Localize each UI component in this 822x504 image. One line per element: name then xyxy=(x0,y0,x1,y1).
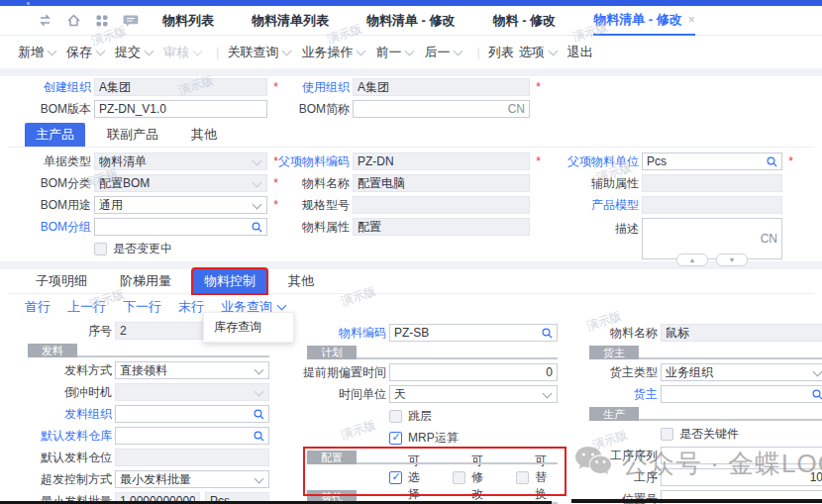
lead-offset-input[interactable]: 0 xyxy=(389,363,558,381)
close-tab-icon[interactable]: × xyxy=(688,13,695,27)
search-icon[interactable] xyxy=(812,389,822,400)
tab-bom-edit-active[interactable]: 物料清单 - 修改 × xyxy=(593,6,695,36)
create-org-field[interactable]: A集团 xyxy=(94,78,267,96)
search-icon[interactable] xyxy=(767,156,777,167)
owner-label[interactable]: 货主 xyxy=(565,386,658,403)
owner-section-header: 货主 xyxy=(589,346,822,359)
prev-row-link[interactable]: 上一行 xyxy=(67,298,106,316)
default-warehouse-label[interactable]: 默认发料仓库 xyxy=(8,428,112,445)
save-button[interactable]: 保存 xyxy=(66,42,110,63)
tab-detail-other[interactable]: 其他 xyxy=(277,269,325,293)
business-ops-button[interactable]: 业务操作 xyxy=(301,42,370,63)
time-unit-select[interactable]: 天 xyxy=(389,385,558,403)
skip-level-label: 跳层 xyxy=(408,408,432,425)
previous-button[interactable]: 前一 xyxy=(375,42,419,63)
chevron-down-icon[interactable] xyxy=(282,46,292,55)
chevron-down-icon[interactable] xyxy=(543,388,553,398)
owner-type-row: 货主类型 业务组织 xyxy=(565,363,822,381)
skip-level-checkbox[interactable] xyxy=(389,410,402,423)
last-row-link[interactable]: 末行 xyxy=(178,298,204,316)
chevron-down-icon[interactable] xyxy=(357,46,366,55)
backflush-timing-label: 倒冲时机 xyxy=(8,384,112,401)
material-code-label[interactable]: 物料编码 xyxy=(287,325,386,342)
tab-step-usage[interactable]: 阶梯用量 xyxy=(109,269,182,293)
parent-unit-lookup[interactable]: Pcs xyxy=(642,152,782,170)
selectable-checkbox[interactable] xyxy=(389,471,402,484)
search-icon[interactable] xyxy=(542,328,553,339)
modifiable-checkbox[interactable] xyxy=(453,471,465,484)
related-query-button[interactable]: 关联查询 xyxy=(227,42,296,63)
bom-version-label: BOM版本 xyxy=(8,101,91,118)
options-button[interactable]: 选项 xyxy=(519,42,563,63)
mrp-checkbox[interactable] xyxy=(389,432,402,445)
apps-grid-icon[interactable] xyxy=(95,14,109,28)
chevron-down-icon[interactable] xyxy=(255,473,264,483)
chevron-down-icon[interactable] xyxy=(548,46,558,55)
tab-child-items[interactable]: 子项明细 xyxy=(25,269,98,293)
bom-edit-window: 物料列表 物料清单列表 物料清单 - 修改 物料 - 修改 物料清单 - 修改 … xyxy=(0,0,822,504)
material-code-lookup[interactable]: PZ-SB xyxy=(389,324,558,342)
product-model-label[interactable]: 产品模型 xyxy=(555,197,639,214)
chevron-down-icon[interactable] xyxy=(255,364,264,374)
owner-type-select[interactable]: 业务组织 xyxy=(661,363,822,381)
create-org-label[interactable]: 创建组织 xyxy=(8,79,91,96)
tab-material-list[interactable]: 物料列表 xyxy=(162,6,214,36)
tab-co-byproduct[interactable]: 联副产品 xyxy=(96,123,169,147)
tab-material-control[interactable]: 物料控制 xyxy=(193,269,266,293)
chevron-down-icon[interactable] xyxy=(454,46,463,55)
chevron-down-icon[interactable] xyxy=(96,46,106,55)
tab-main-product[interactable]: 主产品 xyxy=(25,123,85,147)
parent-unit-label[interactable]: 父项物料单位 xyxy=(555,153,639,170)
search-icon[interactable] xyxy=(254,431,264,442)
issue-org-row: 发料组织 xyxy=(8,405,269,423)
tab-material-edit[interactable]: 物料 - 修改 xyxy=(493,6,557,36)
parent-code-field[interactable]: PZ-DN xyxy=(353,152,530,170)
operation-input[interactable]: 10 xyxy=(661,468,822,486)
issue-org-lookup[interactable] xyxy=(115,405,269,423)
message-icon[interactable] xyxy=(123,13,139,28)
replaceable-checkbox[interactable] xyxy=(516,471,529,484)
issue-mode-select[interactable]: 直接领料 xyxy=(115,361,269,379)
chevron-down-icon[interactable] xyxy=(48,46,57,55)
tab-product-other[interactable]: 其他 xyxy=(180,123,228,147)
bom-category-select[interactable]: 配置BOM xyxy=(94,174,267,192)
use-org-label[interactable]: 使用组织 xyxy=(278,79,350,96)
op-sequence-input[interactable] xyxy=(661,447,822,464)
issue-org-label[interactable]: 发料组织 xyxy=(8,406,112,423)
submit-button[interactable]: 提交 xyxy=(115,42,158,63)
parent-code-label[interactable]: 父项物料编码 xyxy=(278,153,350,170)
default-warehouse-lookup[interactable] xyxy=(115,427,269,445)
home-icon[interactable] xyxy=(66,13,81,28)
add-button[interactable]: 新增 xyxy=(18,42,61,63)
doc-type-select[interactable]: 物料清单 xyxy=(94,152,267,170)
chevron-down-icon[interactable] xyxy=(145,46,154,55)
next-button[interactable]: 后一 xyxy=(424,42,467,63)
chevron-down-icon[interactable] xyxy=(813,366,822,376)
key-part-checkbox[interactable] xyxy=(661,428,673,441)
use-org-field[interactable]: A集团 xyxy=(353,78,530,96)
list-button[interactable]: 列表 xyxy=(488,42,514,63)
bom-usage-select[interactable]: 通用 xyxy=(94,196,267,214)
tab-bom-edit-1[interactable]: 物料清单 - 修改 xyxy=(366,6,456,36)
owner-lookup[interactable] xyxy=(661,385,822,403)
over-issue-control-select[interactable]: 最小发料批量 xyxy=(115,470,269,488)
chevron-down-icon[interactable] xyxy=(253,199,262,209)
is-changing-checkbox[interactable] xyxy=(94,243,107,255)
bom-group-lookup[interactable] xyxy=(94,218,267,236)
tab-bom-list[interactable]: 物料清单列表 xyxy=(252,6,329,36)
collapse-down-button[interactable]: ▼ xyxy=(716,253,748,266)
first-row-link[interactable]: 首行 xyxy=(25,298,51,316)
collapse-up-button[interactable]: ▲ xyxy=(676,253,708,266)
bom-version-input[interactable]: PZ-DN_V1.0 xyxy=(94,100,267,118)
search-icon[interactable] xyxy=(252,222,262,233)
detail-material-name-label: 物料名称 xyxy=(565,325,658,342)
workspace-switch-icon[interactable] xyxy=(38,13,52,28)
exit-button[interactable]: 退出 xyxy=(567,42,593,63)
product-model-field[interactable] xyxy=(642,196,782,214)
menu-item-inventory-query[interactable]: 库存查询 xyxy=(204,316,293,339)
search-icon[interactable] xyxy=(254,409,264,420)
bom-alias-input[interactable]: CN xyxy=(353,100,530,118)
next-row-link[interactable]: 下一行 xyxy=(123,298,161,316)
chevron-down-icon[interactable] xyxy=(405,46,415,55)
bom-group-label[interactable]: BOM分组 xyxy=(8,219,91,236)
